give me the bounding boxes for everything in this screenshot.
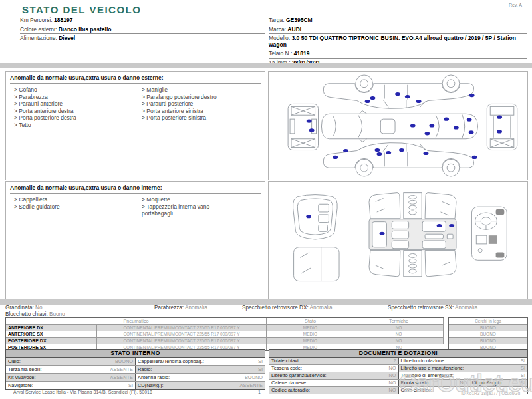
km-row: Km Percorsi: 188197 — [20, 16, 265, 25]
chassis-row: Telaio N.: 41819 — [269, 49, 527, 59]
color-row: Colore esterni: Bianco Ibis pastello — [20, 25, 265, 35]
chassis-label: Telaio N.: — [269, 50, 292, 57]
tire-position: ANTERIORE SX — [6, 331, 97, 338]
plate-value: GE395CM — [286, 17, 313, 23]
table-row: Navigatore:SI CD(Navig.):ASSENTE — [6, 382, 265, 389]
anomaly-item: Parabrezza — [14, 94, 142, 101]
page-title: STATO DEL VEICOLO — [22, 4, 141, 15]
table-row: Terza fila sedili:ASSENTE Radio:SI — [6, 366, 265, 374]
external-anomalies-title: Anomalie da normale usura,extra usura o … — [10, 74, 261, 84]
anomaly-item: Porta anteriore destra — [14, 108, 142, 115]
parabrezza-status: Parabrezza: Anomalia — [154, 305, 207, 311]
cerchi-value: BUONO — [449, 331, 527, 338]
tire-position: POSTERIORE DX — [6, 338, 97, 344]
separator-bar-bottom — [0, 299, 532, 305]
tire-position: ANTERIORE DX — [6, 325, 97, 331]
plate-row: Targa: GE395CM — [269, 16, 527, 25]
chassis-value: 41819 — [294, 50, 310, 57]
anomaly-item: Paraurti posteriore — [142, 100, 241, 108]
grandinata-label: Grandinata: — [5, 305, 34, 311]
anomaly-item: Cappelliera — [14, 196, 142, 203]
internal-anomalies-right-column: Moquette Tappezzeria interna vano portab… — [142, 196, 241, 217]
table-row: Kit vivavoce:ASSENTE Antenna radio:BUONO — [6, 374, 265, 382]
exterior-damage-diagram-box — [268, 71, 528, 180]
tire-col-termiche: Termiche — [354, 318, 444, 325]
km-value: 188197 — [54, 17, 72, 23]
tire-col-stato: Stato — [267, 318, 354, 325]
interior-damage-diagram-box — [268, 181, 528, 299]
anomaly-item: Tappezzeria interna vano portabagagli — [142, 203, 241, 217]
anomaly-item: Porta posteriore destra — [14, 114, 142, 122]
stato-interno-table: STATO INTERNO Cielo:BUONO Cappelliera/Te… — [5, 349, 265, 390]
mirror-dx-status: Specchietto retrovisore DX: Anomalia — [242, 305, 332, 311]
tire-col-pneumatico: Pneumatico — [6, 318, 267, 325]
tire-stato: MEDIO — [267, 331, 354, 338]
interior-car-diagram-svg — [269, 182, 527, 298]
fuel-row: Alimentazione: Diesel — [20, 34, 265, 43]
tire-spec: CONTINENTAL PREMIUMCONTACT 225/55 R17 00… — [97, 338, 267, 344]
footer-address: Arval Service Lease Italia - Via Pisana … — [13, 390, 152, 394]
anomaly-item: Moquette — [142, 196, 241, 203]
tire-stato: MEDIO — [267, 338, 354, 344]
internal-anomalies-title: Anomalie da normale usura,extra usura o … — [10, 184, 261, 194]
documenti-title: DOCUMENTI E DOTAZIONI — [269, 350, 527, 358]
anomaly-item: Sedile guidatore — [14, 203, 142, 211]
top-view — [321, 110, 477, 142]
documenti-dotazioni-table: DOCUMENTI E DOTAZIONI Totale chiavi:2 Li… — [269, 349, 528, 394]
external-anomalies-right-column: Maniglie Parafango posteriore destro Par… — [142, 86, 241, 128]
mirror-sx-status: Specchietto retrovisore SX: Anomalia — [388, 305, 477, 311]
anomaly-item: Maniglie — [142, 86, 241, 94]
grandinata-value: No — [35, 305, 42, 311]
revision-label: Rev. A — [509, 3, 522, 7]
table-row: Catene da neve:NO Ruota scorta:NO Kit go… — [269, 380, 527, 387]
blocchetto-label: Blocchetto chiavi: — [5, 311, 48, 317]
model-label: Modello: — [269, 35, 290, 41]
tire-stato: MEDIO — [267, 325, 354, 331]
condition-summary: Grandinata: No Blocchetto chiavi: Buono … — [5, 305, 527, 317]
vehicle-status-report: STATO DEL VEICOLO Rev. A Km Percorsi: 18… — [0, 0, 532, 399]
footer-document-id: ID Ko1R3-18ga077 | Ocud6Gd — [461, 391, 520, 396]
tire-termiche: NO — [354, 325, 444, 331]
anomaly-item: Porta anteriore sinistra — [142, 108, 241, 115]
stato-interno-title: STATO INTERNO — [6, 350, 265, 358]
color-label: Colore esterni: — [20, 26, 57, 33]
fuel-label: Alimentazione: — [20, 35, 57, 41]
cerchi-value: BUONO — [449, 325, 527, 331]
separator-bar-top — [0, 63, 532, 68]
fuel-value: Diesel — [59, 35, 75, 41]
model-row: Modello: 3.0 50 TDI QUATTRO TIPTRONIC BU… — [269, 34, 527, 49]
model-value: 3.0 50 TDI QUATTRO TIPTRONIC BUSIN. EVO.… — [269, 35, 516, 48]
exterior-damage-diagram — [269, 72, 527, 180]
internal-anomalies-left-column: Cappelliera Sedile guidatore — [14, 196, 142, 217]
tire-table: Pneumatico Stato Termiche ANTERIORE DX C… — [5, 317, 444, 351]
vehicle-summary-left: Km Percorsi: 188197 Colore esterni: Bian… — [20, 16, 265, 43]
tire-spec: CONTINENTAL PREMIUMCONTACT 225/55 R17 00… — [97, 331, 267, 338]
internal-anomalies-box: Anomalie da normale usura,extra usura o … — [5, 181, 265, 299]
tire-termiche: NO — [354, 331, 444, 338]
interior-damage-diagram — [269, 182, 527, 299]
cerchi-value: BUONO — [449, 338, 527, 344]
rear-view — [487, 104, 517, 150]
color-value: Bianco Ibis pastello — [59, 26, 112, 33]
anomaly-item: Parafango posteriore destro — [142, 94, 241, 101]
external-anomalies-left-column: Cofano Parabrezza Paraurti anteriore Por… — [14, 86, 142, 128]
tire-spec: CONTINENTAL PREMIUMCONTACT 225/55 R17 00… — [97, 325, 267, 331]
front-view — [288, 104, 318, 150]
brand-row: Marca: AUDI — [269, 25, 527, 35]
vehicle-summary-right: Targa: GE395CM Marca: AUDI Modello: 3.0 … — [269, 16, 527, 67]
anomaly-item: Tetto — [14, 122, 142, 129]
anomaly-item: Paraurti anteriore — [14, 100, 142, 108]
table-row: Libretto garanzia/service:NO Triangolo d… — [269, 372, 527, 380]
anomaly-item: Porta posteriore sinistra — [142, 114, 241, 122]
anomaly-item: Cofano — [14, 86, 142, 94]
blocchetto-row: Blocchetto chiavi: Buono — [5, 311, 65, 317]
brand-label: Marca: — [269, 26, 286, 33]
external-anomalies-box: Anomalie da normale usura,extra usura o … — [5, 71, 265, 180]
km-label: Km Percorsi: — [20, 17, 53, 23]
brand-value: AUDI — [287, 26, 301, 33]
tire-col-cerchi: Cerchi in lega — [449, 318, 527, 325]
alloy-wheels-table: Cerchi in lega BUONO BUONO BUONO BUONO — [448, 317, 528, 351]
table-row: Totale chiavi:2 Libretto circolazione:SI — [269, 358, 527, 365]
tire-termiche: NO — [354, 338, 444, 344]
exterior-car-diagram-svg — [269, 73, 527, 178]
